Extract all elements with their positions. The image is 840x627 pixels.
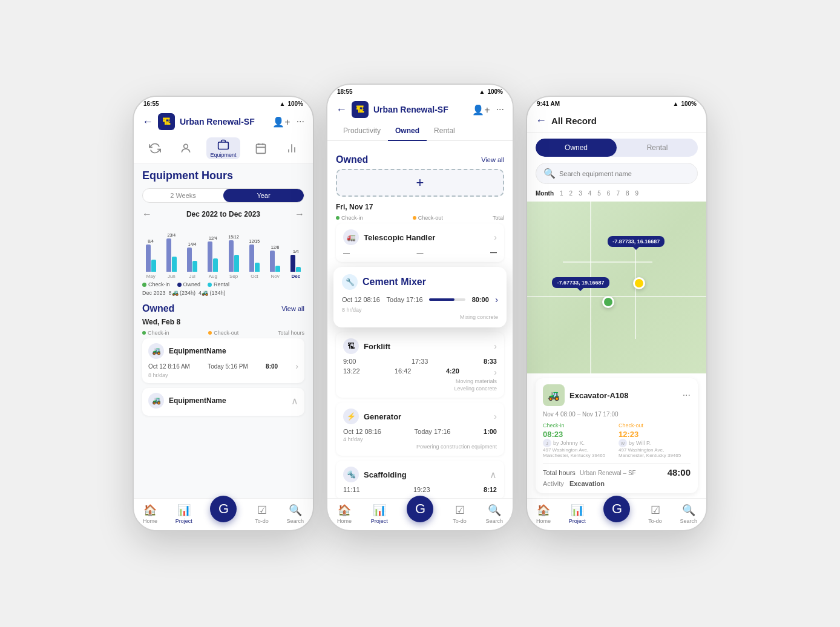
- bar-jun-owned: [166, 238, 171, 272]
- bar-jun-rental: [172, 257, 177, 272]
- total-project: Urban Renewal – SF: [580, 470, 636, 476]
- nav-home-left[interactable]: 🏠 Home: [143, 504, 157, 524]
- exc-more-btn[interactable]: ···: [683, 390, 691, 401]
- nav-todo-center[interactable]: ☑ To-do: [453, 504, 467, 524]
- generator-chevron[interactable]: ›: [494, 412, 497, 421]
- equipment-row-1[interactable]: 🚜 EquipmentName Oct 12 8:16 AM Today 5:1…: [142, 338, 304, 383]
- person-add-icon[interactable]: 👤+: [272, 116, 290, 128]
- nav-icons-left: 👤+ ···: [272, 116, 304, 128]
- cement-chevron[interactable]: ›: [495, 295, 498, 304]
- nav-calendar[interactable]: [251, 141, 271, 156]
- exc-img: 🚜: [543, 384, 565, 406]
- bar-jun: 23/4 Jun: [163, 233, 180, 279]
- all-record-title: All Record: [551, 116, 597, 126]
- bar-aug-owned: [208, 241, 212, 272]
- search-input-right[interactable]: [559, 170, 690, 177]
- equip-name-1: EquipmentName: [169, 347, 226, 355]
- nav-todo-right[interactable]: ☑ To-do: [648, 504, 662, 524]
- back-button-center[interactable]: ←: [336, 103, 347, 116]
- period-2weeks[interactable]: 2 Weeks: [143, 189, 223, 202]
- forklift-row[interactable]: 🏗 Forklift › 9:00 17:33 8:33 13:22 16:42: [336, 332, 504, 398]
- nav-equipment[interactable]: Equipment: [206, 137, 240, 159]
- col-headers-center: Check-in Check-out Total: [336, 215, 504, 221]
- forklift-chevron2[interactable]: ›: [494, 367, 497, 377]
- add-equipment-btn[interactable]: +: [336, 169, 504, 197]
- more-icon-center[interactable]: ···: [496, 104, 504, 116]
- chart-prev[interactable]: ←: [142, 209, 152, 220]
- cement-mixer-icon: 🔧: [342, 274, 358, 290]
- map-area: -7.87733, 16.16687 -7.67733, 19.16687: [527, 202, 706, 373]
- forklift-times2: 13:22 16:42 4:20 ›: [343, 367, 497, 377]
- period-year[interactable]: Year: [223, 189, 304, 202]
- forklift-header: 🏗 Forklift ›: [343, 338, 497, 354]
- chevron-right-1[interactable]: ›: [295, 361, 298, 371]
- owned-label-center: Owned: [336, 154, 368, 165]
- person-add-icon-center[interactable]: 👤+: [472, 104, 490, 116]
- nav-refresh[interactable]: [145, 141, 165, 156]
- bar-jul-owned: [187, 248, 192, 272]
- nav-chart[interactable]: [282, 141, 301, 156]
- forklift-icon: 🏗: [343, 338, 359, 354]
- bar-jul: 14/4 Jul: [184, 242, 201, 279]
- equipment-row-2[interactable]: 🚜 EquipmentName ∧: [142, 388, 304, 416]
- view-all-left[interactable]: View all: [281, 305, 304, 312]
- expand-btn-2[interactable]: ∧: [291, 395, 298, 407]
- back-button-left[interactable]: ←: [142, 116, 153, 128]
- owned-header: Owned View all: [142, 303, 304, 314]
- nav-search-right[interactable]: 🔍 Search: [680, 504, 698, 524]
- search-bar-right[interactable]: 🔍: [536, 163, 698, 184]
- toggle-owned[interactable]: Owned: [536, 139, 617, 157]
- scaffolding-row[interactable]: 🔩 Scaffolding ∧ 11:11 19:23 8:12: [336, 461, 504, 498]
- cement-mixer-card[interactable]: 🔧 Cement Mixer Oct 12 08:16 Today 17:16 …: [333, 267, 507, 327]
- equip-times-1: Oct 12 8:16 AM Today 5:16 PM 8:00 ›: [148, 361, 298, 371]
- map-marker-green[interactable]: [602, 296, 614, 308]
- scaffolding-header: 🔩 Scaffolding ∧: [343, 467, 497, 482]
- nav-home-center[interactable]: 🏠 Home: [337, 504, 352, 524]
- svg-rect-1: [218, 142, 229, 149]
- nav-title-left: Urban Renewal-SF: [180, 117, 267, 126]
- nav-project-left[interactable]: 📊 Project: [176, 504, 192, 524]
- nav-search-center[interactable]: 🔍 Search: [486, 504, 504, 524]
- exc-activity: Activity Excavation: [543, 480, 691, 487]
- generator-name: Generator: [364, 412, 489, 421]
- more-icon-left[interactable]: ···: [297, 116, 304, 128]
- telescopic-row[interactable]: 🚛 Telescopic Handler › — — —: [336, 223, 504, 262]
- nav-project-center[interactable]: 📊 Project: [371, 504, 388, 524]
- nav-fab-center[interactable]: G: [407, 496, 433, 522]
- nav-project-right[interactable]: 📊 Project: [569, 504, 586, 524]
- phone-left: 16:55 ▲ 100% ← 🏗 Urban Renewal-SF 👤+ ···: [133, 96, 314, 531]
- chart-next[interactable]: →: [295, 209, 304, 220]
- nav-fab-left[interactable]: G: [210, 496, 237, 522]
- generator-row[interactable]: ⚡ Generator › Oct 12 08:16 Today 17:16 1…: [336, 402, 504, 456]
- back-btn-right[interactable]: ←: [536, 114, 546, 127]
- exc-checkout-label: Check-out: [619, 422, 691, 428]
- nav-worker[interactable]: [176, 141, 195, 156]
- view-all-center[interactable]: View all: [481, 156, 504, 163]
- excavator-card[interactable]: 🚜 Excavator-A108 ··· Nov 4 08:00 – Nov 1…: [536, 378, 698, 493]
- telescopic-chevron[interactable]: ›: [494, 232, 497, 242]
- cement-checkout: Today 17:16: [387, 296, 423, 303]
- month-scroll[interactable]: Month 1 2 3 4 5 6 7 8 9: [527, 190, 706, 202]
- forklift-activity2: Leveling concrete: [343, 386, 497, 392]
- tab-owned[interactable]: Owned: [388, 122, 427, 141]
- scaffolding-expand[interactable]: ∧: [490, 469, 497, 481]
- forklift-chevron[interactable]: ›: [494, 341, 497, 351]
- cement-hours: 80:00: [472, 296, 489, 303]
- exc-name: Excavator-A108: [569, 391, 678, 400]
- nav-todo-left[interactable]: ☑ To-do: [255, 504, 269, 524]
- exc-grid: Check-in 08:23 J by Johnny K. 497 Washin…: [543, 422, 691, 458]
- phone-center: 18:55 ▲ 100% ← 🏗 Urban Renewal-SF 👤+ ···…: [326, 84, 514, 531]
- nav-home-right[interactable]: 🏠 Home: [536, 504, 551, 524]
- cement-activity: Mixing concrete: [342, 314, 498, 320]
- toggle-rental[interactable]: Rental: [617, 139, 698, 157]
- map-marker-yellow[interactable]: [633, 277, 645, 289]
- exc-header: 🚜 Excavator-A108 ···: [543, 384, 691, 406]
- exc-checkin-time: 08:23: [543, 430, 615, 439]
- tab-productivity[interactable]: Productivity: [336, 122, 388, 141]
- exc-checkin-by: J by Johnny K.: [543, 439, 615, 447]
- nav-fab-right[interactable]: G: [603, 496, 630, 522]
- status-bar-right: 9:41 AM ▲ 100%: [527, 97, 706, 110]
- nav-search-left[interactable]: 🔍 Search: [287, 504, 304, 524]
- generator-activity: Powering construction equipment: [343, 444, 497, 450]
- tab-rental[interactable]: Rental: [427, 122, 462, 141]
